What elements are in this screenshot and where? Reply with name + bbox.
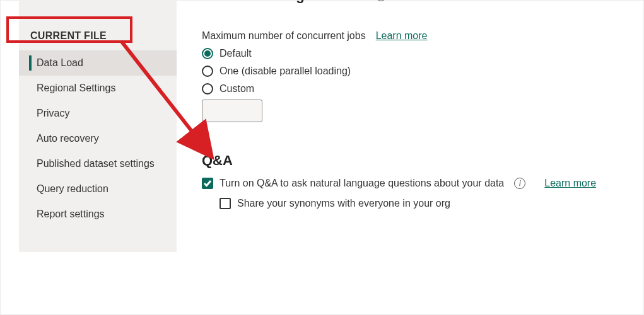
sidebar-item-label: Regional Settings [37, 83, 115, 94]
radio-one[interactable]: One (disable parallel loading) [202, 66, 638, 77]
checkbox-icon [202, 178, 213, 189]
checkbox-row-turn-on-qa[interactable]: Turn on Q&A to ask natural language ques… [202, 178, 638, 189]
link-learn-more-qa[interactable]: Learn more [544, 178, 596, 189]
sidebar-header: CURRENT FILE [19, 24, 177, 50]
section-title-text: Parallel loading of tables [202, 0, 365, 4]
sidebar-item-label: Data Load [37, 57, 83, 69]
radio-icon [202, 66, 213, 77]
info-icon[interactable]: i [514, 178, 525, 189]
checkbox-row-share-synonyms[interactable]: Share your synonyms with everyone in you… [220, 198, 638, 209]
link-learn-more-parallel[interactable]: Learn more [376, 30, 428, 42]
main-content: Parallel loading of tables i Maximum num… [202, 0, 638, 315]
radio-default[interactable]: Default [202, 48, 638, 59]
sidebar-item-label: Query reduction [37, 183, 108, 195]
label-max-concurrent-jobs: Maximum number of concurrent jobs [202, 30, 366, 42]
checkbox-label: Turn on Q&A to ask natural language ques… [220, 178, 504, 189]
radio-label: Default [220, 48, 252, 59]
sidebar-item-published-dataset-settings[interactable]: Published dataset settings [19, 151, 177, 176]
radio-icon [202, 48, 213, 59]
row-max-concurrent-jobs: Maximum number of concurrent jobs Learn … [202, 30, 638, 42]
radio-label: Custom [220, 83, 254, 94]
sidebar-item-label: Auto recovery [37, 133, 99, 144]
section-title-parallel-loading: Parallel loading of tables i [202, 0, 638, 4]
checkbox-label: Share your synonyms with everyone in you… [237, 198, 450, 209]
checkbox-icon [220, 198, 231, 209]
sidebar-item-label: Privacy [37, 108, 69, 119]
sidebar-item-query-reduction[interactable]: Query reduction [19, 176, 177, 202]
section-title-qa: Q&A [202, 152, 638, 169]
sidebar-item-report-settings[interactable]: Report settings [19, 202, 177, 227]
sidebar-item-regional-settings[interactable]: Regional Settings [19, 76, 177, 101]
radio-label: One (disable parallel loading) [220, 66, 351, 77]
radio-icon [202, 83, 213, 94]
sidebar-item-auto-recovery[interactable]: Auto recovery [19, 126, 177, 151]
sidebar-item-privacy[interactable]: Privacy [19, 101, 177, 126]
sidebar-item-label: Report settings [37, 209, 105, 220]
input-custom-jobs[interactable] [202, 100, 262, 122]
sidebar-item-data-load[interactable]: Data Load [19, 50, 177, 76]
radio-custom[interactable]: Custom [202, 83, 638, 94]
info-icon[interactable]: i [375, 0, 387, 1]
sidebar: CURRENT FILE Data Load Regional Settings… [19, 0, 177, 252]
sidebar-item-label: Published dataset settings [37, 158, 155, 169]
